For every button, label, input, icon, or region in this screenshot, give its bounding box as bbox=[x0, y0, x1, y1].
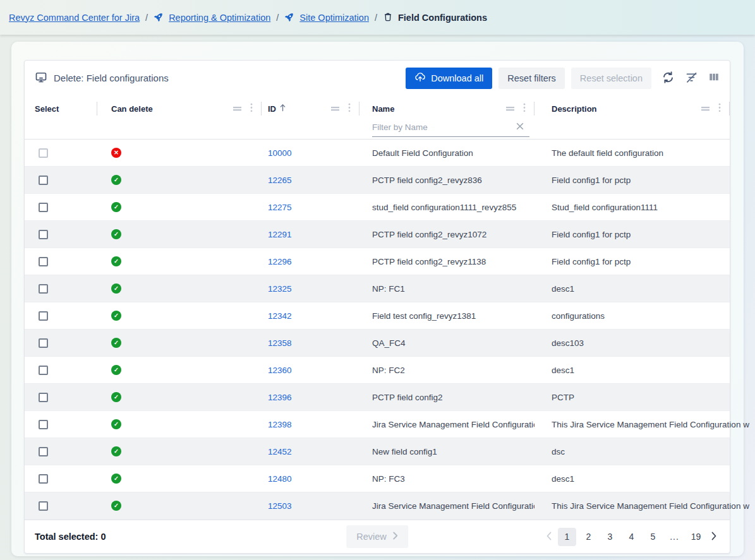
can-delete-status-icon bbox=[111, 148, 121, 158]
row-checkbox[interactable] bbox=[39, 366, 48, 375]
select-cell bbox=[25, 148, 97, 158]
column-menu-icon[interactable] bbox=[250, 103, 253, 114]
reset-filters-button[interactable]: Reset filters bbox=[498, 68, 565, 89]
clear-all-filters-button[interactable] bbox=[685, 71, 698, 86]
page-button-2[interactable]: 2 bbox=[579, 528, 598, 546]
description-cell: desc1 bbox=[535, 474, 730, 484]
id-link[interactable]: 12360 bbox=[268, 366, 292, 375]
can-delete-cell bbox=[97, 283, 262, 294]
can-delete-cell bbox=[97, 229, 262, 239]
column-menu-icon[interactable] bbox=[348, 103, 351, 114]
column-menu-icon[interactable] bbox=[718, 103, 721, 114]
description-cell: Field config1 for pctp bbox=[535, 230, 730, 239]
row-checkbox[interactable] bbox=[39, 338, 48, 348]
table-row: 12503 Jira Service Management Field Conf… bbox=[25, 492, 730, 520]
column-filter-icon[interactable] bbox=[330, 104, 340, 114]
name-cell: Default Field Configuration bbox=[359, 148, 535, 158]
table-row: 12325 NP: FC1 desc1 bbox=[25, 275, 730, 302]
can-delete-cell bbox=[97, 202, 262, 212]
select-cell bbox=[25, 501, 97, 511]
id-link[interactable]: 12265 bbox=[268, 176, 292, 185]
can-delete-cell bbox=[97, 175, 262, 185]
breadcrumb: Revyz Command Center for Jira / Reportin… bbox=[9, 11, 487, 24]
description-cell: Stud_field configuration1111 bbox=[535, 203, 730, 212]
page-button-5[interactable]: 5 bbox=[644, 528, 662, 546]
breadcrumb-separator: / bbox=[276, 13, 279, 23]
row-checkbox[interactable] bbox=[39, 230, 48, 239]
table-footer: Total selected: 0 Review 12345...19 bbox=[25, 520, 730, 553]
description-cell: dsc bbox=[535, 447, 730, 456]
description-cell: desc1 bbox=[535, 284, 730, 294]
id-link[interactable]: 12325 bbox=[268, 284, 292, 294]
id-link[interactable]: 12291 bbox=[268, 230, 292, 239]
row-checkbox[interactable] bbox=[39, 420, 48, 429]
select-cell bbox=[25, 338, 97, 348]
row-checkbox[interactable] bbox=[39, 474, 48, 484]
can-delete-status-icon bbox=[111, 419, 121, 429]
id-cell: 12398 bbox=[262, 420, 359, 429]
reset-selection-button[interactable]: Reset selection bbox=[571, 68, 651, 89]
id-link[interactable]: 12396 bbox=[268, 393, 292, 402]
breadcrumb-current: Field Configurations bbox=[383, 11, 487, 24]
id-link[interactable]: 10000 bbox=[268, 148, 292, 158]
id-link[interactable]: 12452 bbox=[268, 447, 292, 456]
name-filter-input[interactable] bbox=[372, 121, 529, 137]
previous-page-button[interactable] bbox=[543, 532, 555, 542]
column-filter-icon[interactable] bbox=[233, 104, 242, 114]
row-checkbox[interactable] bbox=[39, 311, 48, 321]
column-filter-icon[interactable] bbox=[505, 104, 515, 114]
select-cell bbox=[25, 176, 97, 185]
columns-icon bbox=[708, 71, 720, 85]
row-checkbox[interactable] bbox=[39, 148, 48, 158]
breadcrumb-link-reporting-optimization[interactable]: Reporting & Optimization bbox=[169, 13, 270, 23]
row-checkbox[interactable] bbox=[39, 203, 48, 212]
select-cell bbox=[25, 230, 97, 239]
id-link[interactable]: 12275 bbox=[268, 203, 292, 212]
page-button-19[interactable]: 19 bbox=[687, 528, 705, 546]
can-delete-status-icon bbox=[111, 446, 121, 456]
page-button-1[interactable]: 1 bbox=[558, 528, 576, 546]
select-cell bbox=[25, 311, 97, 321]
breadcrumb-link-command-center[interactable]: Revyz Command Center for Jira bbox=[9, 13, 140, 23]
row-checkbox[interactable] bbox=[39, 284, 48, 294]
id-link[interactable]: 12342 bbox=[268, 311, 292, 321]
can-delete-cell bbox=[97, 501, 262, 511]
id-cell: 12342 bbox=[262, 311, 359, 321]
next-page-button[interactable] bbox=[708, 532, 720, 542]
id-link[interactable]: 12480 bbox=[268, 474, 292, 484]
id-cell: 12396 bbox=[262, 393, 359, 402]
id-link[interactable]: 12358 bbox=[268, 338, 292, 348]
panel-title-group: Delete: Field configurations bbox=[35, 71, 169, 85]
chevron-left-icon bbox=[546, 532, 552, 542]
select-cell bbox=[25, 257, 97, 266]
column-filter-icon[interactable] bbox=[701, 104, 710, 114]
id-link[interactable]: 12296 bbox=[268, 257, 292, 266]
page-button-4[interactable]: 4 bbox=[622, 528, 641, 546]
filter-off-icon bbox=[685, 71, 698, 86]
column-settings-button[interactable] bbox=[708, 71, 720, 85]
rocket-icon bbox=[154, 11, 164, 24]
row-checkbox[interactable] bbox=[39, 257, 48, 266]
page-button-3[interactable]: 3 bbox=[601, 528, 619, 546]
table-row: 12480 NP: FC3 desc1 bbox=[25, 465, 730, 492]
breadcrumb-link-site-optimization[interactable]: Site Optimization bbox=[299, 13, 369, 23]
download-all-button[interactable]: Download all bbox=[406, 68, 492, 89]
table-row: 12291 PCTP field config2_revyz1072 Field… bbox=[25, 221, 730, 248]
review-button[interactable]: Review bbox=[346, 525, 408, 548]
row-checkbox[interactable] bbox=[39, 176, 48, 185]
row-checkbox[interactable] bbox=[39, 393, 48, 402]
column-header-name: Name bbox=[359, 97, 535, 121]
field-configurations-panel: Delete: Field configurations Download al… bbox=[24, 60, 730, 554]
row-checkbox[interactable] bbox=[39, 447, 48, 456]
table-row: 12265 PCTP field config2_revyz836 Field … bbox=[25, 167, 730, 194]
refresh-button[interactable] bbox=[661, 71, 675, 86]
id-cell: 12296 bbox=[262, 257, 359, 266]
description-cell: The default field configuration bbox=[535, 148, 730, 158]
row-checkbox[interactable] bbox=[39, 501, 48, 511]
breadcrumb-separator: / bbox=[145, 13, 148, 23]
id-link[interactable]: 12398 bbox=[268, 420, 292, 429]
description-cell: PCTP bbox=[535, 393, 730, 402]
column-menu-icon[interactable] bbox=[523, 103, 526, 114]
id-link[interactable]: 12503 bbox=[268, 501, 292, 511]
clear-filter-button[interactable] bbox=[516, 122, 524, 133]
